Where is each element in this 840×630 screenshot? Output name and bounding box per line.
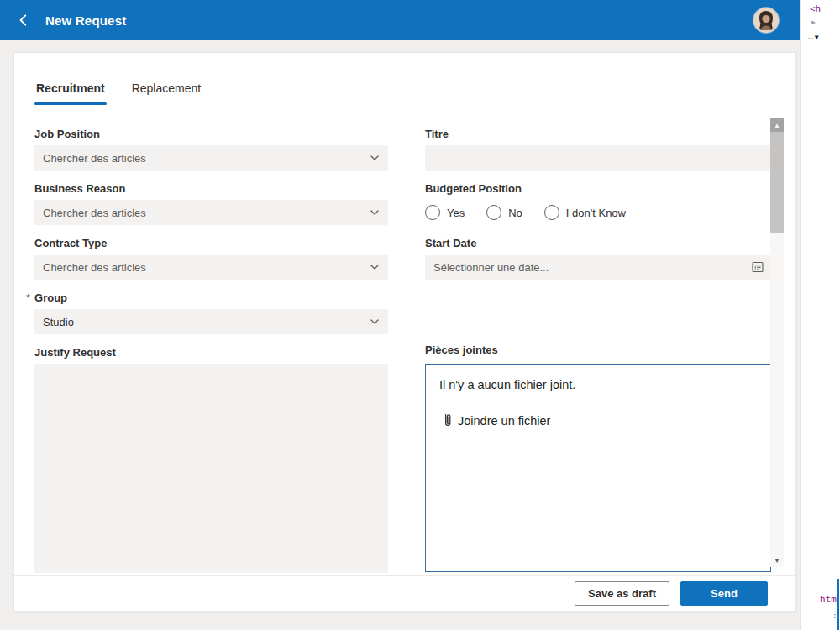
devtools-panel: <h ▶ …▼ htm ⋮ <box>800 0 840 630</box>
required-marker: * <box>26 291 30 304</box>
justify-request-textarea[interactable] <box>34 364 388 573</box>
devtools-scroll-accent <box>837 579 839 630</box>
radio-no[interactable]: No <box>486 205 522 220</box>
devtools-ellipsis: … <box>808 31 814 42</box>
send-button[interactable]: Send <box>680 581 768 606</box>
chevron-down-icon <box>370 317 380 327</box>
page-title: New Request <box>45 13 126 28</box>
attachments-box: Il n'y a aucun fichier joint. Joindre un… <box>425 364 771 572</box>
radio-dont-know[interactable]: I don't Know <box>544 205 626 220</box>
contract-type-label: Contract Type <box>34 237 388 250</box>
field-justify-request: Justify Request <box>34 346 388 573</box>
tab-recruitment-label: Recruitment <box>36 81 105 95</box>
start-date-picker[interactable]: Sélectionner une date... <box>425 255 771 280</box>
field-job-position: Job Position Chercher des articles <box>34 128 388 171</box>
budgeted-position-radio-group: Yes No I don't Know <box>425 200 771 225</box>
devtools-breadcrumb[interactable]: htm <box>820 594 837 605</box>
attachments-label: Pièces jointes <box>425 344 771 357</box>
app-root: New Request Recruitment Replacement Job … <box>0 0 800 630</box>
radio-dont-know-label: I don't Know <box>566 207 626 219</box>
form-card: Recruitment Replacement Job Position Che… <box>13 52 796 612</box>
avatar[interactable] <box>753 8 779 33</box>
field-business-reason: Business Reason Chercher des articles <box>34 182 388 225</box>
tab-bar: Recruitment Replacement <box>34 76 202 105</box>
chevron-down-icon <box>370 207 380 218</box>
devtools-expander-icon[interactable]: ▶ <box>811 18 816 26</box>
tab-replacement[interactable]: Replacement <box>130 76 203 105</box>
group-label: *Group <box>34 291 388 305</box>
justify-request-label: Justify Request <box>34 346 388 360</box>
group-value: Studio <box>43 316 370 328</box>
titre-input[interactable] <box>425 145 771 171</box>
app-header: New Request <box>0 0 800 40</box>
scroll-down-button[interactable]: ▼ <box>770 554 784 567</box>
attach-file-button[interactable]: Joindre un fichier <box>439 413 550 428</box>
save-as-draft-button[interactable]: Save as draft <box>575 581 669 606</box>
field-budgeted-position: Budgeted Position Yes No I don't Know <box>425 182 771 225</box>
radio-circle-icon <box>544 205 559 220</box>
chevron-down-icon <box>370 262 380 272</box>
field-contract-type: Contract Type Chercher des articles <box>34 237 388 280</box>
form-right-column: Titre Budgeted Position Yes No <box>425 128 771 572</box>
devtools-caret-icon: ▼ <box>815 34 819 41</box>
group-label-text: Group <box>34 291 67 304</box>
field-start-date: Start Date Sélectionner une date... <box>425 237 771 280</box>
job-position-dropdown[interactable]: Chercher des articles <box>34 145 388 171</box>
titre-label: Titre <box>425 128 771 141</box>
business-reason-label: Business Reason <box>34 182 388 196</box>
chevron-left-icon <box>16 13 31 28</box>
job-position-placeholder: Chercher des articles <box>43 152 370 165</box>
radio-no-label: No <box>508 207 522 219</box>
business-reason-placeholder: Chercher des articles <box>43 207 370 219</box>
radio-circle-icon <box>486 205 501 220</box>
attach-file-label: Joindre un fichier <box>458 414 550 428</box>
form-footer: Save as draft Send <box>14 575 795 611</box>
devtools-overflow[interactable]: …▼ <box>808 31 818 42</box>
tab-recruitment[interactable]: Recruitment <box>34 76 107 105</box>
attachments-empty-text: Il n'y a aucun fichier joint. <box>439 378 757 391</box>
person-photo-icon <box>753 8 779 33</box>
form-left-column: Job Position Chercher des articles Busin… <box>34 128 388 585</box>
radio-yes[interactable]: Yes <box>425 205 465 220</box>
field-titre: Titre <box>425 128 771 171</box>
calendar-icon[interactable] <box>751 260 764 274</box>
radio-yes-label: Yes <box>447 207 465 219</box>
chevron-down-icon <box>370 153 380 163</box>
back-button[interactable] <box>13 10 34 30</box>
business-reason-dropdown[interactable]: Chercher des articles <box>34 200 388 225</box>
scrollbar-thumb[interactable] <box>770 132 784 233</box>
field-group: *Group Studio <box>34 291 388 334</box>
form-scrollbar[interactable]: ▲ ▼ <box>770 118 784 567</box>
contract-type-dropdown[interactable]: Chercher des articles <box>34 255 388 280</box>
radio-circle-icon <box>425 205 440 220</box>
start-date-placeholder: Sélectionner une date... <box>433 261 751 274</box>
contract-type-placeholder: Chercher des articles <box>43 261 370 274</box>
field-attachments: Pièces jointes Il n'y a aucun fichier jo… <box>425 344 771 572</box>
job-position-label: Job Position <box>34 128 388 141</box>
devtools-tag-text[interactable]: <h <box>810 3 821 14</box>
start-date-label: Start Date <box>425 237 771 250</box>
tab-replacement-label: Replacement <box>132 81 202 95</box>
group-dropdown[interactable]: Studio <box>34 309 388 334</box>
paperclip-icon <box>439 413 452 428</box>
budgeted-position-label: Budgeted Position <box>425 182 771 196</box>
scroll-up-button[interactable]: ▲ <box>770 118 784 132</box>
